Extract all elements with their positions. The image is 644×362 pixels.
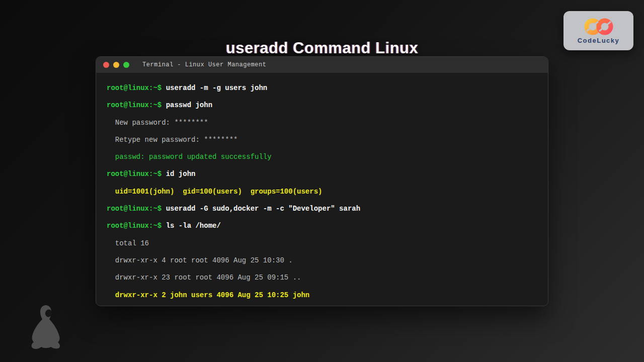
terminal-titlebar: Terminal - Linux User Management xyxy=(96,57,548,73)
terminal-text-prompt: root@linux:~$ xyxy=(107,101,166,109)
terminal-text-command: useradd -G sudo,docker -m -c "Developer"… xyxy=(166,205,360,213)
terminal-text-output: drwxr-xr-x 23 root root 4096 Aug 25 09:1… xyxy=(107,274,301,282)
codelucky-infinity-icon xyxy=(578,17,620,36)
screen: useradd Command Linux CodeLucky xyxy=(0,0,644,362)
terminal-line: New password: ******** xyxy=(107,114,538,131)
terminal-text-output: Retype new password: ******** xyxy=(107,136,237,144)
terminal-text-command: ls -la /home/ xyxy=(166,222,221,230)
tux-penguin-icon xyxy=(28,305,64,351)
terminal-line: root@linux:~$ useradd -G sudo,docker -m … xyxy=(107,200,538,217)
terminal-line: root@linux:~$ ls -la /home/ xyxy=(107,217,538,234)
terminal-text-success: passwd: password updated successfully xyxy=(107,153,272,161)
codelucky-logo-badge: CodeLucky xyxy=(564,11,633,50)
terminal-line: drwxr-xr-x 4 root root 4096 Aug 25 10:30… xyxy=(107,252,538,269)
terminal-text-output: total 16 xyxy=(107,239,149,247)
terminal-window: Terminal - Linux User Management root@li… xyxy=(96,56,548,306)
terminal-line: drwxr-xr-x 2 john users 4096 Aug 25 10:2… xyxy=(107,287,538,304)
terminal-line: total 16 xyxy=(107,235,538,252)
terminal-line: passwd: password updated successfully xyxy=(107,148,538,165)
terminal-line: Retype new password: ******** xyxy=(107,131,538,148)
terminal-text-highlight: drwxr-xr-x 2 john users 4096 Aug 25 10:2… xyxy=(107,291,309,299)
terminal-text-command: id john xyxy=(166,170,196,178)
terminal-lines: root@linux:~$ useradd -m -g users johnro… xyxy=(107,79,538,304)
terminal-line: drwxr-xr-x 23 root root 4096 Aug 25 09:1… xyxy=(107,269,538,286)
terminal-line: root@linux:~$ useradd -m -g users john xyxy=(107,79,538,97)
terminal-text-command: passwd john xyxy=(166,101,212,109)
page-title: useradd Command Linux xyxy=(0,39,644,57)
terminal-text-prompt: root@linux:~$ xyxy=(107,222,166,230)
terminal-text-prompt: root@linux:~$ xyxy=(107,170,166,178)
terminal-line: root@linux:~$ id john xyxy=(107,165,538,183)
terminal-text-command: useradd -m -g users john xyxy=(166,84,268,92)
terminal-text-highlight: uid=1001(john) gid=100(users) groups=100… xyxy=(107,188,322,196)
terminal-body[interactable]: root@linux:~$ useradd -m -g users johnro… xyxy=(96,73,548,306)
terminal-text-output: drwxr-xr-x 4 root root 4096 Aug 25 10:30… xyxy=(107,256,293,264)
terminal-text-prompt: root@linux:~$ xyxy=(107,84,166,92)
terminal-title: Terminal - Linux User Management xyxy=(142,61,266,68)
terminal-text-prompt: root@linux:~$ xyxy=(107,205,166,213)
maximize-button[interactable] xyxy=(123,62,129,68)
close-button[interactable] xyxy=(103,62,109,68)
codelucky-logo-text: CodeLucky xyxy=(578,37,620,44)
terminal-line: uid=1001(john) gid=100(users) groups=100… xyxy=(107,183,538,200)
terminal-text-output: New password: ******** xyxy=(107,119,208,127)
terminal-line: root@linux:~$ passwd john xyxy=(107,97,538,114)
minimize-button[interactable] xyxy=(113,62,119,68)
